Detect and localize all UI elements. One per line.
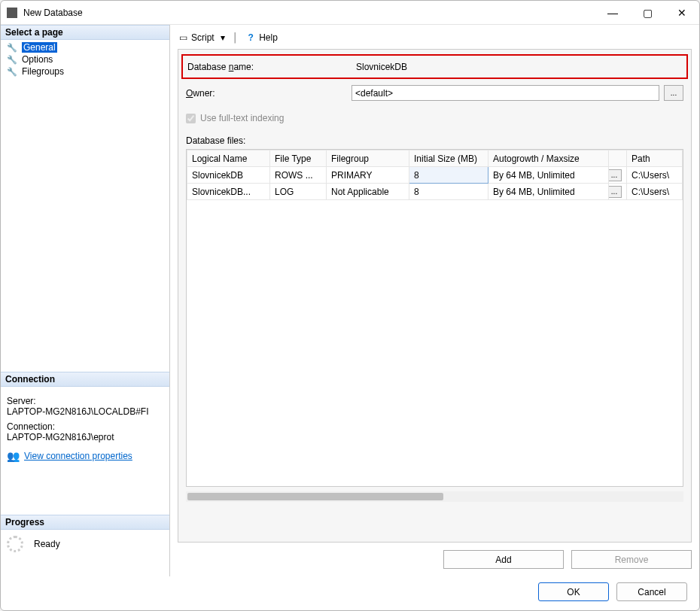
cancel-button[interactable]: Cancel	[616, 582, 687, 601]
ok-button[interactable]: OK	[538, 582, 609, 601]
page-item-filegroups[interactable]: 🔧 Filegroups	[1, 65, 169, 78]
grid-action-row: Add Remove	[178, 550, 692, 569]
page-item-label: Filegroups	[22, 66, 64, 77]
cell-initial-size[interactable]: 8	[409, 167, 488, 184]
wrench-icon: 🔧	[7, 67, 17, 77]
server-value: LAPTOP-MG2N816J\LOCALDB#FI	[7, 406, 163, 417]
connection-header: Connection	[1, 372, 169, 387]
progress-header: Progress	[1, 515, 169, 530]
ellipsis-icon[interactable]: ...	[609, 186, 622, 198]
col-autogrowth[interactable]: Autogrowth / Maxsize	[488, 150, 609, 167]
dbname-input[interactable]	[353, 59, 682, 74]
script-button[interactable]: Script	[191, 32, 215, 43]
minimize-button[interactable]: —	[595, 1, 630, 25]
wrench-icon: 🔧	[7, 55, 17, 65]
grid-header-row: Logical Name File Type Filegroup Initial…	[187, 150, 683, 167]
dbname-label: Database name:	[187, 62, 353, 72]
close-button[interactable]: ✕	[665, 1, 699, 25]
page-list: 🔧 General 🔧 Options 🔧 Filegroups	[1, 40, 169, 79]
col-initial-size[interactable]: Initial Size (MB)	[409, 150, 488, 167]
content-area: Select a page 🔧 General 🔧 Options 🔧 File…	[1, 25, 699, 576]
app-icon	[7, 8, 17, 18]
connection-label: Connection:	[7, 421, 163, 432]
owner-browse-button[interactable]: ...	[664, 85, 683, 101]
grid-row[interactable]: SlovnicekDB ROWS ... PRIMARY 8 By 64 MB,…	[187, 167, 683, 184]
view-connection-properties-link[interactable]: View connection properties	[24, 451, 132, 461]
titlebar: New Database — ▢ ✕	[1, 1, 699, 25]
script-icon: ▭	[178, 32, 188, 43]
progress-block: Ready	[1, 530, 169, 558]
page-item-options[interactable]: 🔧 Options	[1, 53, 169, 65]
scrollbar-thumb[interactable]	[187, 493, 443, 500]
ellipsis-icon[interactable]: ...	[609, 169, 622, 181]
connection-value: LAPTOP-MG2N816J\eprot	[7, 432, 163, 442]
cell-initial-size[interactable]: 8	[409, 184, 488, 200]
cell-logical-name[interactable]: SlovnicekDB	[187, 167, 270, 184]
grid-row[interactable]: SlovnicekDB... LOG Not Applicable 8 By 6…	[187, 184, 683, 200]
dialog-buttons: OK Cancel	[1, 576, 699, 610]
toolbar-separator: │	[233, 32, 239, 43]
right-panel: ▭ Script ▾ │ ? Help Database name:	[170, 25, 699, 576]
fulltext-label: Use full-text indexing	[200, 113, 284, 123]
cell-filegroup[interactable]: Not Applicable	[327, 184, 409, 200]
col-logical-name[interactable]: Logical Name	[187, 150, 270, 167]
server-label: Server:	[7, 396, 163, 406]
cell-filegroup[interactable]: PRIMARY	[327, 167, 409, 184]
page-item-label: Options	[22, 54, 53, 65]
select-page-header: Select a page	[1, 25, 169, 40]
script-dropdown-icon[interactable]: ▾	[221, 32, 225, 43]
page-item-general[interactable]: 🔧 General	[1, 41, 169, 53]
files-grid-wrap: Logical Name File Type Filegroup Initial…	[186, 149, 683, 539]
owner-input[interactable]	[352, 85, 659, 101]
fulltext-row: Use full-text indexing	[186, 113, 683, 123]
database-files-label: Database files:	[186, 135, 683, 146]
dbname-row-highlight: Database name:	[181, 54, 688, 79]
owner-row: Owner: ...	[186, 85, 683, 101]
cell-path[interactable]: C:\Users\	[627, 167, 683, 184]
owner-label: Owner:	[186, 88, 352, 99]
progress-spinner-icon	[7, 536, 23, 552]
horizontal-scrollbar[interactable]	[186, 491, 683, 502]
view-connection-link-row: 👥 View connection properties	[7, 450, 163, 462]
toolbar: ▭ Script ▾ │ ? Help	[178, 29, 692, 49]
progress-state: Ready	[34, 539, 60, 549]
cell-autogrowth[interactable]: By 64 MB, Unlimited	[488, 184, 609, 200]
cell-file-type[interactable]: ROWS ...	[270, 167, 327, 184]
cell-logical-name[interactable]: SlovnicekDB...	[187, 184, 270, 200]
remove-button: Remove	[571, 550, 692, 569]
help-button[interactable]: Help	[259, 32, 278, 43]
cell-file-type[interactable]: LOG	[270, 184, 327, 200]
col-path[interactable]: Path	[627, 150, 683, 167]
col-auto-btn[interactable]	[609, 150, 627, 167]
fulltext-checkbox	[186, 114, 196, 123]
dialog-window: New Database — ▢ ✕ Select a page 🔧 Gener…	[0, 0, 700, 611]
grid-empty-area	[187, 200, 683, 486]
cell-auto-edit[interactable]: ...	[609, 167, 627, 184]
left-panel: Select a page 🔧 General 🔧 Options 🔧 File…	[1, 25, 170, 576]
wrench-icon: 🔧	[7, 43, 17, 53]
files-grid[interactable]: Logical Name File Type Filegroup Initial…	[186, 149, 683, 487]
window-title: New Database	[23, 8, 595, 18]
cell-autogrowth[interactable]: By 64 MB, Unlimited	[488, 167, 609, 184]
maximize-button[interactable]: ▢	[630, 1, 665, 25]
page-item-label: General	[22, 42, 57, 53]
cell-auto-edit[interactable]: ...	[609, 184, 627, 200]
col-file-type[interactable]: File Type	[270, 150, 327, 167]
col-filegroup[interactable]: Filegroup	[327, 150, 409, 167]
add-button[interactable]: Add	[443, 550, 564, 569]
cell-path[interactable]: C:\Users\	[627, 184, 683, 200]
help-icon: ?	[245, 32, 256, 43]
main-form-box: Database name: Owner: ... Use full-t	[178, 49, 692, 543]
people-icon: 👥	[7, 450, 20, 462]
connection-block: Server: LAPTOP-MG2N816J\LOCALDB#FI Conne…	[1, 387, 169, 470]
